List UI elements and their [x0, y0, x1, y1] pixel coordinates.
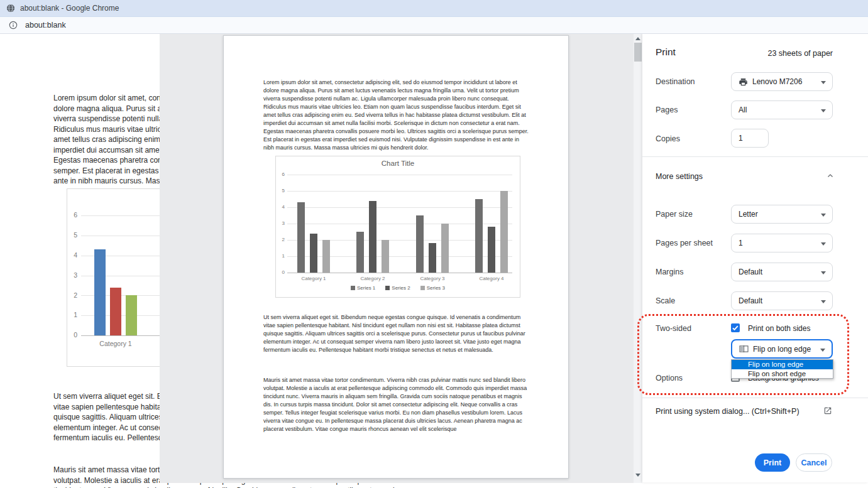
y-tick-label: 6 — [276, 171, 285, 177]
chevron-down-icon — [821, 81, 826, 84]
chevron-up-icon — [827, 172, 834, 180]
legend-swatch — [351, 286, 355, 290]
pages-per-sheet-select[interactable]: 1 — [731, 234, 833, 252]
gridline — [287, 191, 512, 192]
pages-value: All — [739, 106, 747, 114]
scale-label: Scale — [656, 296, 675, 305]
print-both-sides-checkbox[interactable] — [731, 323, 740, 332]
preview-chart: Chart Title0123456Category 1Category 2Ca… — [275, 156, 520, 298]
flip-edge-select[interactable]: Flip on long edge — [731, 339, 833, 359]
y-tick-label: 6 — [67, 211, 77, 219]
info-icon[interactable] — [9, 21, 18, 30]
scale-value: Default — [739, 296, 762, 305]
window-titlebar[interactable]: about:blank - Google Chrome — [0, 0, 868, 17]
legend-label: Series 1 — [357, 285, 375, 291]
paper-size-value: Letter — [739, 210, 758, 219]
pages-select[interactable]: All — [731, 100, 833, 119]
destination-label: Destination — [656, 77, 695, 86]
destination-value: Lenovo M7206 — [752, 77, 802, 86]
preview-paragraph: Ut sem viverra aliquet eget sit. Bibendu… — [263, 313, 530, 354]
divider — [642, 156, 868, 157]
bar-series-2 — [369, 201, 376, 273]
preview-scrollbar[interactable] — [634, 34, 642, 483]
bar-series-3 — [322, 240, 330, 273]
y-tick-label: 3 — [276, 220, 285, 226]
bar-series-2 — [310, 234, 317, 273]
legend-swatch — [420, 286, 425, 290]
copies-label: Copies — [656, 134, 680, 143]
scroll-up-icon[interactable] — [635, 37, 640, 40]
scroll-down-icon[interactable] — [635, 474, 640, 477]
chevron-down-icon — [820, 349, 825, 352]
x-category-label: Category 1 — [87, 340, 144, 347]
sheets-count: 23 sheets of paper — [767, 49, 833, 58]
legend-label: Series 3 — [427, 285, 445, 291]
menu-item-flip-long-edge[interactable]: Flip on long edge — [732, 360, 833, 369]
globe-icon — [6, 4, 15, 13]
legend-item: Series 2 — [385, 285, 410, 291]
y-tick-label: 0 — [67, 331, 77, 339]
system-dialog-row[interactable]: Print using system dialog... (Ctrl+Shift… — [642, 404, 868, 420]
preview-paragraph: Mauris sit amet massa vitae tortor condi… — [263, 376, 530, 433]
y-tick-label: 3 — [67, 271, 77, 279]
pages-per-sheet-value: 1 — [739, 239, 743, 247]
bar-series-3 — [441, 224, 449, 273]
y-tick-label: 5 — [276, 188, 285, 193]
paper-size-select[interactable]: Letter — [731, 205, 833, 224]
menu-item-flip-short-edge[interactable]: Flip on short edge — [732, 369, 833, 379]
paper-size-label: Paper size — [656, 210, 693, 219]
x-category-label: Category 3 — [404, 276, 461, 281]
copies-input[interactable] — [731, 129, 769, 148]
address-bar[interactable]: about:blank — [0, 17, 868, 34]
preview-paragraph: Lorem ipsum dolor sit amet, consectetur … — [263, 79, 530, 152]
bar-series-1 — [297, 202, 305, 273]
bar-series-2 — [488, 227, 495, 273]
panel-title: Print — [656, 46, 676, 58]
flip-edge-value: Flip on long edge — [753, 345, 811, 354]
y-tick-label: 1 — [276, 253, 285, 259]
chevron-down-icon — [821, 109, 826, 112]
x-category-label: Category 4 — [463, 276, 520, 281]
scrollbar-thumb[interactable] — [634, 43, 642, 62]
scale-select[interactable]: Default — [731, 291, 833, 310]
chart-legend: Series 1Series 2Series 3 — [276, 285, 520, 291]
margins-label: Margins — [656, 268, 683, 276]
url-text: about:blank — [25, 21, 66, 30]
y-tick-label: 4 — [276, 204, 285, 210]
y-tick-label: 4 — [67, 251, 77, 259]
y-tick-label: 2 — [276, 237, 285, 242]
chevron-down-icon — [821, 214, 826, 217]
y-tick-label: 1 — [67, 311, 77, 318]
gridline — [287, 175, 512, 175]
print-preview-area: Lorem ipsum dolor sit amet, consectetur … — [160, 34, 634, 483]
legend-label: Series 2 — [392, 285, 410, 291]
print-settings-panel: Print 23 sheets of paper Destination Len… — [642, 34, 868, 482]
bar-series-2 — [110, 288, 121, 335]
more-settings-label: More settings — [656, 172, 703, 181]
y-tick-label: 5 — [67, 231, 77, 239]
legend-swatch — [385, 286, 390, 290]
margins-select[interactable]: Default — [731, 263, 833, 281]
more-settings-toggle[interactable]: More settings — [642, 168, 868, 186]
print-button[interactable]: Print — [755, 453, 790, 472]
bar-series-1 — [416, 215, 424, 273]
options-label: Options — [656, 374, 683, 382]
printer-icon — [739, 77, 748, 87]
open-in-new-icon — [823, 406, 832, 415]
x-category-label: Category 2 — [344, 276, 401, 281]
divider — [642, 398, 868, 398]
margins-value: Default — [739, 268, 762, 276]
x-category-label: Category 1 — [285, 276, 342, 281]
chart-title: Chart Title — [276, 160, 520, 167]
y-tick-label: 0 — [276, 269, 285, 275]
print-both-sides-label: Print on both sides — [748, 324, 810, 333]
window-title: about:blank - Google Chrome — [20, 4, 119, 13]
cancel-button[interactable]: Cancel — [796, 453, 832, 472]
bar-series-3 — [126, 295, 137, 335]
pages-per-sheet-label: Pages per sheet — [656, 239, 713, 247]
bar-series-1 — [94, 249, 106, 335]
destination-select[interactable]: Lenovo M7206 — [731, 72, 833, 91]
gridline — [287, 273, 512, 273]
system-dialog-label: Print using system dialog... (Ctrl+Shift… — [656, 407, 799, 416]
bar-series-2 — [429, 243, 436, 273]
